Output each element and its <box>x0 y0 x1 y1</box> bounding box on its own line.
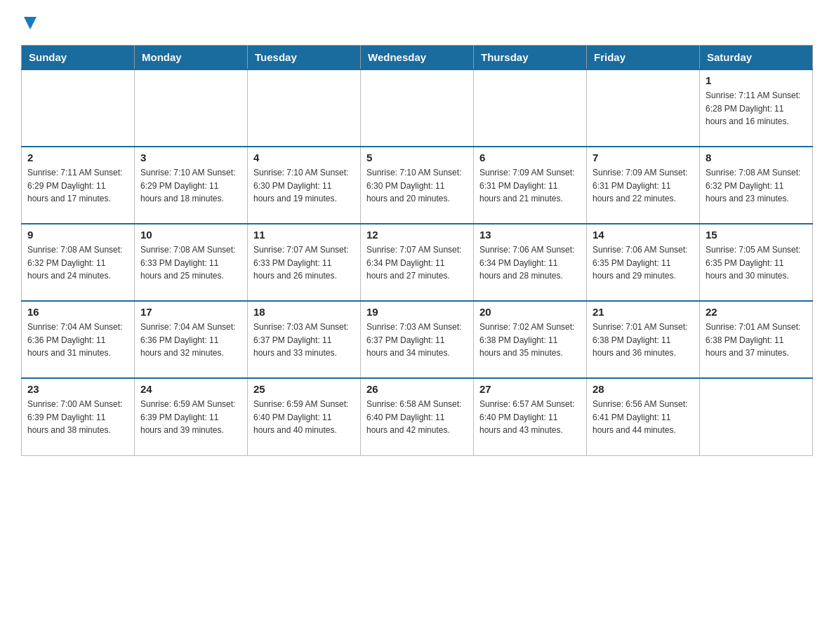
day-info: Sunrise: 7:04 AM Sunset: 6:36 PM Dayligh… <box>140 321 241 360</box>
day-number: 26 <box>366 383 468 395</box>
calendar-cell: 8Sunrise: 7:08 AM Sunset: 6:32 PM Daylig… <box>700 147 813 224</box>
day-info: Sunrise: 7:04 AM Sunset: 6:36 PM Dayligh… <box>27 321 128 360</box>
day-number: 21 <box>593 306 694 318</box>
day-info: Sunrise: 7:06 AM Sunset: 6:34 PM Dayligh… <box>479 243 581 283</box>
day-info: Sunrise: 6:57 AM Sunset: 6:40 PM Dayligh… <box>479 398 581 437</box>
day-number: 6 <box>479 152 581 163</box>
day-number: 24 <box>140 383 241 395</box>
page-header <box>21 14 813 31</box>
day-number: 10 <box>140 229 241 241</box>
calendar-cell <box>248 69 361 147</box>
day-info: Sunrise: 7:07 AM Sunset: 6:34 PM Dayligh… <box>366 243 468 283</box>
calendar-cell <box>22 69 135 147</box>
calendar-cell: 12Sunrise: 7:07 AM Sunset: 6:34 PM Dayli… <box>361 224 474 301</box>
day-number: 5 <box>366 152 468 163</box>
weekday-header-monday: Monday <box>135 46 248 70</box>
logo-arrow-icon <box>22 15 38 31</box>
day-number: 14 <box>593 229 694 241</box>
calendar-cell: 26Sunrise: 6:58 AM Sunset: 6:40 PM Dayli… <box>361 378 474 455</box>
calendar-cell: 19Sunrise: 7:03 AM Sunset: 6:37 PM Dayli… <box>361 301 474 378</box>
week-row-3: 9Sunrise: 7:08 AM Sunset: 6:32 PM Daylig… <box>22 224 813 301</box>
calendar-cell: 17Sunrise: 7:04 AM Sunset: 6:36 PM Dayli… <box>135 301 248 378</box>
calendar-cell: 22Sunrise: 7:01 AM Sunset: 6:38 PM Dayli… <box>700 301 813 378</box>
day-number: 28 <box>593 383 694 395</box>
weekday-header-tuesday: Tuesday <box>248 46 361 70</box>
day-number: 2 <box>27 152 128 163</box>
weekday-header-sunday: Sunday <box>22 46 135 70</box>
calendar-cell: 27Sunrise: 6:57 AM Sunset: 6:40 PM Dayli… <box>474 378 587 455</box>
day-number: 9 <box>27 229 128 241</box>
day-info: Sunrise: 7:08 AM Sunset: 6:32 PM Dayligh… <box>706 166 807 206</box>
calendar-cell: 20Sunrise: 7:02 AM Sunset: 6:38 PM Dayli… <box>474 301 587 378</box>
day-number: 17 <box>140 306 241 318</box>
day-info: Sunrise: 7:09 AM Sunset: 6:31 PM Dayligh… <box>479 166 581 206</box>
day-info: Sunrise: 7:11 AM Sunset: 6:28 PM Dayligh… <box>706 89 807 128</box>
logo <box>21 14 38 31</box>
day-number: 8 <box>706 152 807 163</box>
day-info: Sunrise: 7:09 AM Sunset: 6:31 PM Dayligh… <box>593 166 694 206</box>
calendar-cell <box>361 69 474 147</box>
day-info: Sunrise: 7:01 AM Sunset: 6:38 PM Dayligh… <box>593 321 694 360</box>
calendar-cell: 6Sunrise: 7:09 AM Sunset: 6:31 PM Daylig… <box>474 147 587 224</box>
day-number: 22 <box>706 306 807 318</box>
calendar-cell: 11Sunrise: 7:07 AM Sunset: 6:33 PM Dayli… <box>248 224 361 301</box>
day-info: Sunrise: 7:02 AM Sunset: 6:38 PM Dayligh… <box>479 321 581 360</box>
day-number: 12 <box>366 229 468 241</box>
day-info: Sunrise: 6:59 AM Sunset: 6:40 PM Dayligh… <box>253 398 355 437</box>
calendar-cell: 5Sunrise: 7:10 AM Sunset: 6:30 PM Daylig… <box>361 147 474 224</box>
day-number: 27 <box>479 383 581 395</box>
day-number: 19 <box>366 306 468 318</box>
calendar-cell: 4Sunrise: 7:10 AM Sunset: 6:30 PM Daylig… <box>248 147 361 224</box>
calendar-cell: 23Sunrise: 7:00 AM Sunset: 6:39 PM Dayli… <box>22 378 135 455</box>
week-row-2: 2Sunrise: 7:11 AM Sunset: 6:29 PM Daylig… <box>22 147 813 224</box>
day-number: 18 <box>253 306 355 318</box>
day-info: Sunrise: 7:10 AM Sunset: 6:30 PM Dayligh… <box>366 166 468 206</box>
day-number: 23 <box>27 383 128 395</box>
day-number: 16 <box>27 306 128 318</box>
day-info: Sunrise: 7:01 AM Sunset: 6:38 PM Dayligh… <box>706 321 807 360</box>
day-info: Sunrise: 7:03 AM Sunset: 6:37 PM Dayligh… <box>253 321 355 360</box>
week-row-1: 1Sunrise: 7:11 AM Sunset: 6:28 PM Daylig… <box>22 69 813 147</box>
weekday-header-saturday: Saturday <box>700 46 813 70</box>
day-number: 20 <box>479 306 581 318</box>
weekday-header-wednesday: Wednesday <box>361 46 474 70</box>
calendar-cell: 15Sunrise: 7:05 AM Sunset: 6:35 PM Dayli… <box>700 224 813 301</box>
day-info: Sunrise: 7:10 AM Sunset: 6:29 PM Dayligh… <box>140 166 241 206</box>
day-number: 7 <box>593 152 694 163</box>
weekday-header-thursday: Thursday <box>474 46 587 70</box>
calendar-cell: 10Sunrise: 7:08 AM Sunset: 6:33 PM Dayli… <box>135 224 248 301</box>
calendar-cell: 18Sunrise: 7:03 AM Sunset: 6:37 PM Dayli… <box>248 301 361 378</box>
weekday-header-friday: Friday <box>587 46 700 70</box>
day-number: 13 <box>479 229 581 241</box>
calendar-cell: 14Sunrise: 7:06 AM Sunset: 6:35 PM Dayli… <box>587 224 700 301</box>
day-info: Sunrise: 6:59 AM Sunset: 6:39 PM Dayligh… <box>140 398 241 437</box>
weekday-header-row: SundayMondayTuesdayWednesdayThursdayFrid… <box>22 46 813 70</box>
day-info: Sunrise: 7:08 AM Sunset: 6:32 PM Dayligh… <box>27 243 128 283</box>
day-info: Sunrise: 7:08 AM Sunset: 6:33 PM Dayligh… <box>140 243 241 283</box>
calendar-cell: 13Sunrise: 7:06 AM Sunset: 6:34 PM Dayli… <box>474 224 587 301</box>
calendar-cell <box>700 378 813 455</box>
calendar-cell: 25Sunrise: 6:59 AM Sunset: 6:40 PM Dayli… <box>248 378 361 455</box>
day-info: Sunrise: 7:05 AM Sunset: 6:35 PM Dayligh… <box>706 243 807 283</box>
calendar-cell: 2Sunrise: 7:11 AM Sunset: 6:29 PM Daylig… <box>22 147 135 224</box>
day-number: 15 <box>706 229 807 241</box>
day-info: Sunrise: 6:56 AM Sunset: 6:41 PM Dayligh… <box>593 398 694 437</box>
day-info: Sunrise: 7:06 AM Sunset: 6:35 PM Dayligh… <box>593 243 694 283</box>
week-row-5: 23Sunrise: 7:00 AM Sunset: 6:39 PM Dayli… <box>22 378 813 455</box>
day-info: Sunrise: 7:11 AM Sunset: 6:29 PM Dayligh… <box>27 166 128 206</box>
calendar-cell: 7Sunrise: 7:09 AM Sunset: 6:31 PM Daylig… <box>587 147 700 224</box>
day-info: Sunrise: 7:10 AM Sunset: 6:30 PM Dayligh… <box>253 166 355 206</box>
calendar-cell: 16Sunrise: 7:04 AM Sunset: 6:36 PM Dayli… <box>22 301 135 378</box>
calendar-table: SundayMondayTuesdayWednesdayThursdayFrid… <box>21 45 813 456</box>
calendar-cell: 1Sunrise: 7:11 AM Sunset: 6:28 PM Daylig… <box>700 69 813 147</box>
day-number: 4 <box>253 152 355 163</box>
day-number: 25 <box>253 383 355 395</box>
svg-marker-0 <box>24 17 37 29</box>
day-info: Sunrise: 6:58 AM Sunset: 6:40 PM Dayligh… <box>366 398 468 437</box>
day-number: 3 <box>140 152 241 163</box>
day-number: 11 <box>253 229 355 241</box>
day-info: Sunrise: 7:00 AM Sunset: 6:39 PM Dayligh… <box>27 398 128 437</box>
day-info: Sunrise: 7:03 AM Sunset: 6:37 PM Dayligh… <box>366 321 468 360</box>
calendar-cell: 24Sunrise: 6:59 AM Sunset: 6:39 PM Dayli… <box>135 378 248 455</box>
calendar-cell: 21Sunrise: 7:01 AM Sunset: 6:38 PM Dayli… <box>587 301 700 378</box>
